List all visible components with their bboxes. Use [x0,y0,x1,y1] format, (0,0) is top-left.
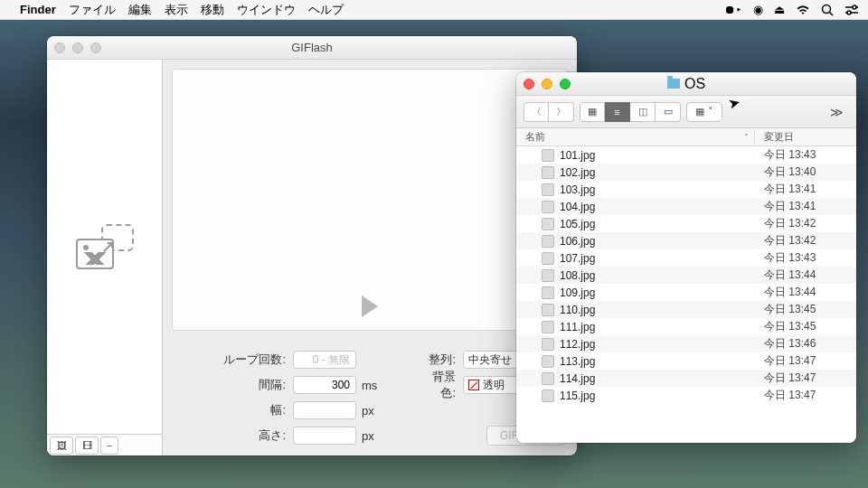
finder-titlebar[interactable]: OS [516,72,856,96]
svg-point-3 [853,5,856,9]
file-icon [542,252,554,265]
view-gallery-button[interactable]: ▭ [656,102,681,122]
close-button[interactable] [54,42,65,53]
file-icon [542,166,554,179]
table-row[interactable]: 113.jpg今日 13:47 [516,352,856,370]
file-name: 107.jpg [560,252,755,265]
menubar: Finder ファイル 編集 表示 移動 ウインドウ ヘルプ ⏺▸ ◉ ⏏ [0,0,868,20]
table-row[interactable]: 112.jpg今日 13:46 [516,335,856,352]
menu-view[interactable]: 表示 [165,2,188,18]
drop-zone[interactable] [47,60,162,434]
column-name-header[interactable]: 名前 ˄ [516,130,755,144]
table-row[interactable]: 108.jpg今日 13:44 [516,267,856,284]
arrange-button[interactable]: ▦ ˅ [686,102,722,122]
table-row[interactable]: 104.jpg今日 13:41 [516,198,856,215]
back-button[interactable]: 〈 [524,102,549,122]
finder-window-title: OS [684,76,705,92]
gifflash-titlebar[interactable]: GIFlash [47,36,577,60]
accessibility-icon[interactable]: ◉ [753,3,763,16]
transparent-swatch-icon [468,380,479,390]
screen-record-icon[interactable]: ⏺▸ [724,3,742,16]
file-date: 今日 13:47 [755,388,856,403]
align-label: 整列: [418,352,463,368]
menu-file[interactable]: ファイル [69,2,116,18]
interval-input[interactable] [293,376,356,394]
svg-point-0 [823,5,831,13]
finder-toolbar: 〈 〉 ▦ ≡ ◫ ▭ ▦ ˅ ≫ [516,96,856,128]
width-label: 幅: [175,402,293,418]
control-center-icon[interactable] [844,5,859,15]
finder-file-list[interactable]: 101.jpg今日 13:43102.jpg今日 13:40103.jpg今日 … [516,146,856,443]
file-name: 103.jpg [560,183,755,196]
table-row[interactable]: 110.jpg今日 13:45 [516,301,856,318]
file-date: 今日 13:43 [755,147,856,163]
wifi-icon[interactable] [796,5,810,15]
play-icon[interactable] [362,296,378,317]
minimize-button[interactable] [542,79,552,89]
sidebar-toolbar: 🖼 🎞 − [47,434,162,455]
file-date: 今日 13:43 [755,250,856,266]
loop-input[interactable] [293,351,356,369]
interval-unit: ms [362,379,387,392]
file-date: 今日 13:42 [755,216,856,231]
height-unit: px [362,429,387,443]
file-icon [542,304,554,316]
minimize-button[interactable] [72,42,83,53]
table-row[interactable]: 101.jpg今日 13:43 [516,146,856,164]
app-name[interactable]: Finder [20,3,56,16]
file-name: 115.jpg [560,389,755,402]
menu-go[interactable]: 移動 [201,2,224,18]
file-date: 今日 13:42 [755,233,856,249]
bg-label: 背景色: [418,369,463,401]
menu-edit[interactable]: 編集 [128,2,152,18]
remove-button[interactable]: − [100,436,118,455]
eject-icon[interactable]: ⏏ [774,3,785,16]
add-video-button[interactable]: 🎞 [75,436,99,455]
file-name: 112.jpg [560,338,755,351]
close-button[interactable] [524,79,534,89]
table-row[interactable]: 109.jpg今日 13:44 [516,284,856,301]
menu-help[interactable]: ヘルプ [308,2,344,18]
file-name: 108.jpg [560,269,755,282]
table-row[interactable]: 107.jpg今日 13:43 [516,249,856,267]
svg-line-1 [830,12,834,15]
table-row[interactable]: 111.jpg今日 13:45 [516,318,856,335]
file-name: 101.jpg [560,149,755,162]
menu-window[interactable]: ウインドウ [237,2,296,18]
toolbar-overflow-button[interactable]: ≫ [825,105,849,119]
file-icon [542,235,554,248]
view-list-button[interactable]: ≡ [605,102,630,122]
zoom-button[interactable] [90,42,101,53]
search-icon[interactable] [821,4,834,16]
table-row[interactable]: 102.jpg今日 13:40 [516,164,856,181]
finder-list-header: 名前 ˄ 変更日 [516,128,856,146]
folder-icon [667,79,680,89]
file-icon [542,286,554,299]
table-row[interactable]: 106.jpg今日 13:42 [516,232,856,249]
file-date: 今日 13:47 [755,371,856,386]
table-row[interactable]: 114.jpg今日 13:47 [516,370,856,387]
column-date-header[interactable]: 変更日 [755,130,856,144]
file-icon [542,218,554,230]
bg-value: 透明 [483,378,505,393]
table-row[interactable]: 103.jpg今日 13:41 [516,181,856,198]
width-unit: px [362,404,387,418]
export-controls: ループ回数: 整列: 中央寄せ ˄˅ 間隔: ms 背景色: [163,340,577,455]
frame-sidebar: 🖼 🎞 − [47,60,163,455]
forward-button[interactable]: 〉 [549,102,574,122]
add-image-button[interactable]: 🖼 [50,436,73,455]
height-input[interactable] [293,427,356,445]
table-row[interactable]: 105.jpg今日 13:42 [516,215,856,232]
view-columns-button[interactable]: ◫ [630,102,656,122]
view-icons-button[interactable]: ▦ [580,102,605,122]
file-icon [542,269,554,282]
file-date: 今日 13:40 [755,164,856,180]
file-name: 111.jpg [560,321,755,333]
zoom-button[interactable] [560,79,571,89]
file-name: 106.jpg [560,235,755,248]
file-name: 114.jpg [560,372,755,385]
width-input[interactable] [293,401,356,419]
file-icon [542,321,554,333]
table-row[interactable]: 115.jpg今日 13:47 [516,387,856,404]
file-name: 105.jpg [560,218,755,230]
